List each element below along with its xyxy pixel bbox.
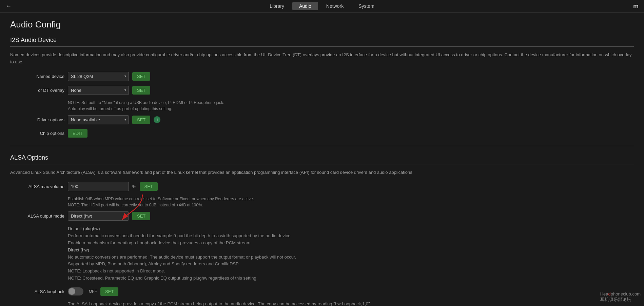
default-plughw-body: Perform automatic conversions if needed … — [68, 233, 292, 238]
alsa-loopback-label: ALSA loopback — [10, 289, 64, 294]
dt-overlay-row: or DT overlay None SET — [10, 86, 634, 95]
alsa-max-volume-input[interactable] — [68, 182, 129, 191]
dt-overlay-select-wrapper[interactable]: None — [68, 86, 129, 95]
alsa-output-mode-label: ALSA output mode — [10, 213, 64, 219]
named-device-select-wrapper[interactable]: SL 28 Q2M — [68, 72, 129, 81]
driver-options-label: Driver options — [10, 117, 64, 122]
default-plughw-loopback: Enable a mechanism for creating a Loopba… — [68, 240, 252, 245]
alsa-output-mode-section: ALSA output mode Default (plughw) Direct… — [10, 211, 634, 221]
alsa-loopback-row: ALSA loopback OFF SET — [10, 287, 634, 296]
watermark-text-rest: phoneclub.com — [611, 291, 641, 297]
section-divider-1 — [10, 146, 634, 146]
alsa-output-mode-desc: Default (plughw) Perform automatic conve… — [68, 225, 634, 282]
alsa-max-volume-row: ALSA max volume % SET — [10, 182, 634, 191]
driver-options-select-wrapper[interactable]: None available — [68, 115, 129, 124]
alsa-loopback-toggle[interactable] — [68, 287, 83, 295]
named-device-select[interactable]: SL 28 Q2M — [68, 72, 129, 81]
alsa-output-mode-select-wrapper[interactable]: Default (plughw) Direct (hw) — [68, 211, 129, 221]
alsa-max-volume-note: Establish 0dB when MPD volume control is… — [68, 196, 634, 208]
alsa-output-mode-row: ALSA output mode Default (plughw) Direct… — [10, 211, 634, 221]
direct-hw-body: No automatic conversions are performed. … — [68, 254, 296, 260]
driver-options-select[interactable]: None available — [68, 115, 129, 124]
main-content: Audio Config I2S Audio Device Named devi… — [0, 13, 644, 306]
named-device-row: Named device SL 28 Q2M SET — [10, 72, 634, 81]
top-right-menu-icon[interactable]: m — [633, 3, 639, 10]
alsa-output-mode-select[interactable]: Default (plughw) Direct (hw) — [68, 211, 129, 221]
chip-options-edit-button[interactable]: EDIT — [68, 129, 87, 138]
dt-overlay-select[interactable]: None — [68, 86, 129, 95]
page-title: Audio Config — [10, 19, 634, 30]
tab-library[interactable]: Library — [263, 2, 291, 10]
watermark-text-left: Hea — [600, 291, 608, 297]
driver-options-set-button[interactable]: SET — [132, 116, 150, 124]
top-navigation: ← Library Audio Network System m — [0, 0, 644, 13]
i2s-section-title: I2S Audio Device — [10, 37, 634, 47]
dt-overlay-label: or DT overlay — [10, 88, 64, 93]
alsa-loopback-set-button[interactable]: SET — [100, 287, 118, 296]
percent-sign: % — [132, 184, 136, 189]
alsa-description: Advanced Linux Sound Architecture (ALSA)… — [10, 169, 634, 176]
back-button[interactable]: ← — [5, 3, 12, 10]
direct-hw-note1: NOTE: Loopback is not supported in Direc… — [68, 268, 165, 273]
tab-system[interactable]: System — [352, 2, 381, 10]
nav-tab-group: Library Audio Network System — [263, 2, 381, 10]
i2s-description: Named devices provide descriptive inform… — [10, 52, 634, 66]
named-device-label: Named device — [10, 74, 64, 79]
alsa-loopback-toggle-thumb — [69, 288, 75, 295]
alsa-loopback-desc: The ALSA Loopback device provides a copy… — [68, 301, 634, 306]
named-device-set-button[interactable]: SET — [132, 72, 150, 81]
alsa-section-title: ALSA Options — [10, 154, 634, 164]
alsa-max-volume-set-button[interactable]: SET — [140, 182, 158, 191]
direct-hw-note2: NOTE: Crossfeed, Parametric EQ and Graph… — [68, 276, 257, 281]
dt-overlay-note: NOTE: Set both to "None" if using a USB … — [68, 100, 634, 112]
alsa-output-mode-set-button[interactable]: SET — [132, 212, 150, 220]
watermark: Headphoneclub.com 耳机俱乐部论坛 — [600, 291, 641, 303]
watermark-text-red: d — [608, 291, 611, 297]
driver-options-info-icon[interactable]: i — [154, 116, 160, 123]
direct-hw-title: Direct (hw) — [68, 247, 89, 252]
direct-hw-supported: Supported by MPD, Bluetooth (inbound), A… — [68, 261, 239, 266]
chip-options-label: Chip options — [10, 131, 64, 136]
chip-options-row: Chip options EDIT — [10, 129, 634, 138]
driver-options-row: Driver options None available SET i — [10, 115, 634, 124]
dt-overlay-set-button[interactable]: SET — [132, 86, 150, 95]
watermark-line2: 耳机俱乐部论坛 — [600, 297, 641, 303]
default-plughw-title: Default (plughw) — [68, 226, 100, 231]
alsa-loopback-desc1: The ALSA Loopback device provides a copy… — [68, 301, 371, 306]
tab-network[interactable]: Network — [319, 2, 350, 10]
alsa-loopback-toggle-label: OFF — [89, 289, 97, 294]
alsa-max-volume-label: ALSA max volume — [10, 184, 64, 189]
tab-audio[interactable]: Audio — [292, 2, 318, 10]
